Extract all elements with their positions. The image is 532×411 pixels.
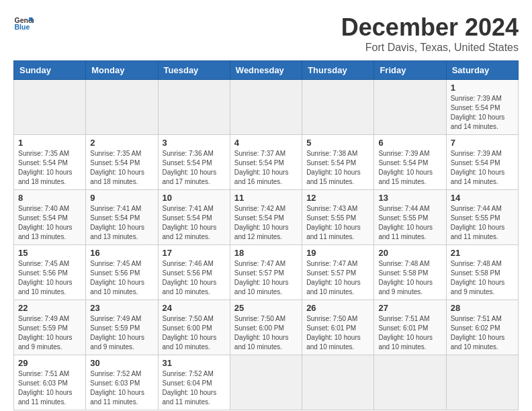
day-number: 31	[163, 358, 226, 368]
calendar-cell: 12Sunrise: 7:43 AMSunset: 5:55 PMDayligh…	[302, 190, 374, 245]
calendar-cell: 13Sunrise: 7:44 AMSunset: 5:55 PMDayligh…	[374, 190, 446, 245]
day-info: Sunrise: 7:41 AMSunset: 5:54 PMDaylight:…	[90, 204, 153, 242]
day-number: 11	[234, 193, 298, 203]
day-info: Sunrise: 7:50 AMSunset: 6:01 PMDaylight:…	[306, 314, 369, 352]
calendar-cell	[14, 80, 86, 135]
calendar-cell: 14Sunrise: 7:44 AMSunset: 5:55 PMDayligh…	[446, 190, 518, 245]
day-number: 18	[234, 248, 298, 258]
calendar-week-6: 29Sunrise: 7:51 AMSunset: 6:03 PMDayligh…	[14, 355, 519, 410]
logo: General Blue	[13, 13, 34, 34]
day-info: Sunrise: 7:39 AMSunset: 5:54 PMDaylight:…	[451, 94, 514, 132]
calendar-cell: 6Sunrise: 7:39 AMSunset: 5:54 PMDaylight…	[374, 135, 446, 190]
calendar-cell: 15Sunrise: 7:45 AMSunset: 5:56 PMDayligh…	[14, 245, 86, 300]
calendar-cell: 3Sunrise: 7:36 AMSunset: 5:54 PMDaylight…	[158, 135, 230, 190]
calendar-cell: 28Sunrise: 7:51 AMSunset: 6:02 PMDayligh…	[446, 300, 518, 355]
calendar-cell: 24Sunrise: 7:50 AMSunset: 6:00 PMDayligh…	[158, 300, 230, 355]
day-number: 1	[451, 83, 514, 93]
calendar-cell	[302, 80, 374, 135]
day-number: 10	[163, 193, 226, 203]
day-number: 2	[90, 138, 153, 148]
day-number: 19	[306, 248, 369, 258]
day-info: Sunrise: 7:51 AMSunset: 6:03 PMDaylight:…	[18, 369, 81, 407]
calendar-week-3: 8Sunrise: 7:40 AMSunset: 5:54 PMDaylight…	[14, 190, 519, 245]
calendar-cell: 16Sunrise: 7:45 AMSunset: 5:56 PMDayligh…	[86, 245, 158, 300]
calendar-week-5: 22Sunrise: 7:49 AMSunset: 5:59 PMDayligh…	[14, 300, 519, 355]
calendar-cell: 22Sunrise: 7:49 AMSunset: 5:59 PMDayligh…	[14, 300, 86, 355]
calendar-subtitle: Fort Davis, Texas, United States	[341, 42, 519, 54]
day-info: Sunrise: 7:47 AMSunset: 5:57 PMDaylight:…	[306, 259, 369, 297]
logo-icon: General Blue	[13, 13, 34, 34]
calendar-cell: 31Sunrise: 7:52 AMSunset: 6:04 PMDayligh…	[158, 355, 230, 410]
calendar-cell: 20Sunrise: 7:48 AMSunset: 5:58 PMDayligh…	[374, 245, 446, 300]
day-info: Sunrise: 7:45 AMSunset: 5:56 PMDaylight:…	[18, 259, 81, 297]
calendar-cell	[302, 355, 374, 410]
day-number: 17	[163, 248, 226, 258]
day-number: 1	[18, 138, 81, 148]
day-number: 4	[234, 138, 298, 148]
day-number: 6	[378, 138, 441, 148]
day-number: 16	[90, 248, 153, 258]
day-number: 29	[18, 358, 81, 368]
day-info: Sunrise: 7:50 AMSunset: 6:00 PMDaylight:…	[163, 314, 226, 352]
day-number: 14	[451, 193, 514, 203]
calendar-week-2: 1Sunrise: 7:35 AMSunset: 5:54 PMDaylight…	[14, 135, 519, 190]
day-number: 27	[378, 303, 441, 313]
day-info: Sunrise: 7:44 AMSunset: 5:55 PMDaylight:…	[378, 204, 441, 242]
calendar-cell: 29Sunrise: 7:51 AMSunset: 6:03 PMDayligh…	[14, 355, 86, 410]
calendar-cell	[446, 355, 518, 410]
calendar-cell: 26Sunrise: 7:50 AMSunset: 6:01 PMDayligh…	[302, 300, 374, 355]
calendar-cell	[230, 355, 302, 410]
day-header-tuesday: Tuesday	[158, 61, 230, 80]
day-info: Sunrise: 7:49 AMSunset: 5:59 PMDaylight:…	[90, 314, 153, 352]
day-number: 9	[90, 193, 153, 203]
day-number: 24	[163, 303, 226, 313]
calendar-cell	[374, 355, 446, 410]
calendar-week-1: 1Sunrise: 7:39 AMSunset: 5:54 PMDaylight…	[14, 80, 519, 135]
calendar-cell: 1Sunrise: 7:39 AMSunset: 5:54 PMDaylight…	[446, 80, 518, 135]
day-number: 3	[163, 138, 226, 148]
day-number: 28	[451, 303, 514, 313]
day-info: Sunrise: 7:51 AMSunset: 6:01 PMDaylight:…	[378, 314, 441, 352]
calendar-cell: 11Sunrise: 7:42 AMSunset: 5:54 PMDayligh…	[230, 190, 302, 245]
calendar-week-4: 15Sunrise: 7:45 AMSunset: 5:56 PMDayligh…	[14, 245, 519, 300]
day-number: 21	[451, 248, 514, 258]
day-info: Sunrise: 7:39 AMSunset: 5:54 PMDaylight:…	[451, 149, 514, 187]
day-number: 5	[306, 138, 369, 148]
calendar-cell: 4Sunrise: 7:37 AMSunset: 5:54 PMDaylight…	[230, 135, 302, 190]
day-number: 7	[451, 138, 514, 148]
calendar-cell: 21Sunrise: 7:48 AMSunset: 5:58 PMDayligh…	[446, 245, 518, 300]
day-header-sunday: Sunday	[14, 61, 86, 80]
calendar-cell: 2Sunrise: 7:35 AMSunset: 5:54 PMDaylight…	[86, 135, 158, 190]
day-number: 12	[306, 193, 369, 203]
day-info: Sunrise: 7:38 AMSunset: 5:54 PMDaylight:…	[306, 149, 369, 187]
calendar-cell	[86, 80, 158, 135]
calendar-cell: 27Sunrise: 7:51 AMSunset: 6:01 PMDayligh…	[374, 300, 446, 355]
day-info: Sunrise: 7:35 AMSunset: 5:54 PMDaylight:…	[18, 149, 81, 187]
calendar-cell: 1Sunrise: 7:35 AMSunset: 5:54 PMDaylight…	[14, 135, 86, 190]
day-number: 13	[378, 193, 441, 203]
day-header-monday: Monday	[86, 61, 158, 80]
day-info: Sunrise: 7:35 AMSunset: 5:54 PMDaylight:…	[90, 149, 153, 187]
calendar-cell: 10Sunrise: 7:41 AMSunset: 5:54 PMDayligh…	[158, 190, 230, 245]
calendar-cell: 23Sunrise: 7:49 AMSunset: 5:59 PMDayligh…	[86, 300, 158, 355]
day-info: Sunrise: 7:48 AMSunset: 5:58 PMDaylight:…	[451, 259, 514, 297]
day-info: Sunrise: 7:45 AMSunset: 5:56 PMDaylight:…	[90, 259, 153, 297]
calendar-cell	[230, 80, 302, 135]
day-header-thursday: Thursday	[302, 61, 374, 80]
day-number: 30	[90, 358, 153, 368]
day-header-saturday: Saturday	[446, 61, 518, 80]
calendar-cell: 25Sunrise: 7:50 AMSunset: 6:00 PMDayligh…	[230, 300, 302, 355]
day-info: Sunrise: 7:41 AMSunset: 5:54 PMDaylight:…	[163, 204, 226, 242]
page-header: General Blue December 2024 Fort Davis, T…	[13, 13, 519, 54]
day-info: Sunrise: 7:42 AMSunset: 5:54 PMDaylight:…	[234, 204, 298, 242]
day-info: Sunrise: 7:46 AMSunset: 5:56 PMDaylight:…	[163, 259, 226, 297]
calendar-cell: 30Sunrise: 7:52 AMSunset: 6:03 PMDayligh…	[86, 355, 158, 410]
day-info: Sunrise: 7:39 AMSunset: 5:54 PMDaylight:…	[378, 149, 441, 187]
day-info: Sunrise: 7:43 AMSunset: 5:55 PMDaylight:…	[306, 204, 369, 242]
day-info: Sunrise: 7:36 AMSunset: 5:54 PMDaylight:…	[163, 149, 226, 187]
day-header-wednesday: Wednesday	[230, 61, 302, 80]
header-row: SundayMondayTuesdayWednesdayThursdayFrid…	[14, 61, 519, 80]
title-section: December 2024 Fort Davis, Texas, United …	[341, 13, 519, 54]
calendar-cell: 18Sunrise: 7:47 AMSunset: 5:57 PMDayligh…	[230, 245, 302, 300]
calendar-title: December 2024	[341, 13, 519, 42]
